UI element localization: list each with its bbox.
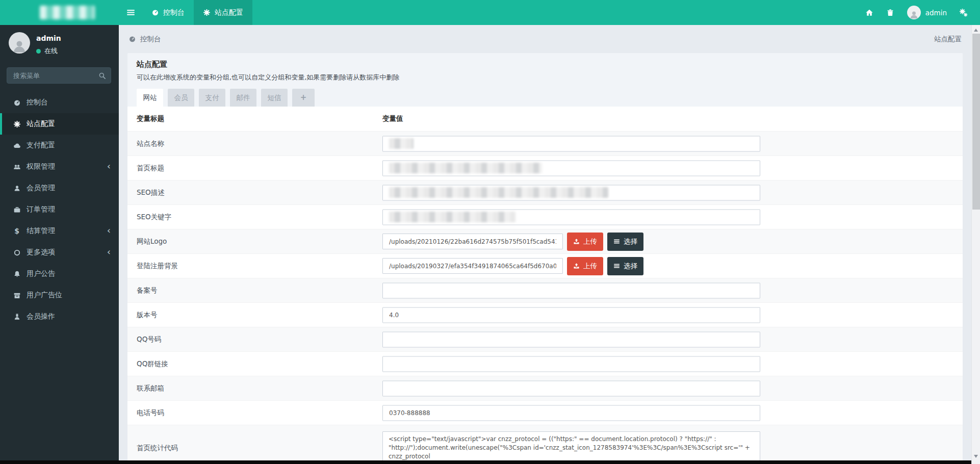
breadcrumb-left-label: 控制台: [140, 35, 161, 44]
sidebar-item-user-ad[interactable]: 用户广告位: [0, 285, 119, 306]
table-row-qq: QQ号码: [127, 327, 963, 351]
row-label: 网站Logo: [137, 237, 167, 246]
menu-icon: [126, 8, 135, 17]
topnav-item-console[interactable]: 控制台: [142, 0, 194, 25]
dollar-icon: $: [13, 227, 21, 235]
person-icon: [909, 10, 919, 19]
avatar: [907, 6, 921, 19]
tab-add[interactable]: +: [292, 89, 315, 107]
sidebar-item-payment-config[interactable]: 支付配置: [0, 135, 119, 156]
row-value: 上传选择: [382, 233, 643, 251]
row-label: 联系邮箱: [137, 384, 164, 393]
scrollbar-down-arrow-icon[interactable]: [974, 455, 978, 458]
row-value: [382, 431, 760, 460]
row-value: [382, 356, 760, 372]
user-status: 在线: [36, 46, 61, 56]
row-input-qq-group[interactable]: [382, 356, 760, 372]
row-label: 首页标题: [137, 164, 164, 173]
topbar-user-menu[interactable]: admin: [907, 6, 947, 19]
row-label: SEO关键字: [137, 213, 171, 222]
choose-button[interactable]: 选择: [607, 257, 643, 275]
sidebar-item-member-ops[interactable]: 会员操作: [0, 306, 119, 327]
row-input-site-name[interactable]: [382, 136, 760, 151]
row-input-version[interactable]: [382, 307, 760, 323]
sidebar-item-label: 控制台: [27, 98, 48, 107]
sidebar-item-settlement[interactable]: $结算管理‹: [0, 220, 119, 242]
row-input-qq[interactable]: [382, 331, 760, 347]
tab-website[interactable]: 网站: [137, 89, 163, 107]
chevron-left-icon: ‹: [107, 246, 111, 257]
upload-icon: [573, 238, 580, 245]
page-description: 可以在此增改系统的变量和分组,也可以自定义分组和变量,如果需要删除请从数据库中删…: [137, 73, 953, 82]
topnav-item-label: 控制台: [163, 8, 185, 17]
tab-mail[interactable]: 邮件: [230, 89, 256, 107]
table-row-seo-keywords: SEO关键字: [127, 204, 963, 229]
briefcase-icon: [13, 206, 21, 214]
logo-redacted-block: [40, 6, 95, 19]
topnav-item-site-config[interactable]: 站点配置: [194, 0, 252, 25]
redacted-value-block: [389, 212, 515, 222]
table-row-site-name: 站点名称: [127, 131, 963, 156]
sidebar-item-site-config[interactable]: 站点配置: [0, 113, 119, 135]
row-value: [382, 160, 760, 176]
cogs-icon: [960, 9, 968, 17]
row-label: QQ号码: [137, 335, 161, 344]
circle-o-icon: [13, 249, 21, 256]
sidebar-item-label: 支付配置: [27, 141, 55, 150]
vertical-scrollbar[interactable]: [971, 25, 980, 464]
row-value: [382, 282, 760, 298]
home-button[interactable]: [865, 9, 873, 17]
scrollbar-up-arrow-icon[interactable]: [974, 29, 978, 32]
cloud-icon: [13, 142, 21, 149]
row-label: 电话号码: [137, 408, 164, 418]
admin-app: 控制台站点配置 admin admin 在线 控制台站点配置支付配置权限管理‹会…: [0, 0, 980, 464]
search-input[interactable]: [7, 68, 111, 83]
user-icon: [13, 185, 21, 192]
sidebar-item-label: 会员管理: [27, 184, 55, 193]
top-navigation: 控制台站点配置: [119, 0, 252, 25]
config-tabs: 网站会员支付邮件短信+: [137, 89, 953, 107]
sidebar-item-order[interactable]: 订单管理: [0, 199, 119, 220]
table-row-version: 版本号: [127, 302, 963, 327]
row-input-login-bg[interactable]: [382, 258, 563, 274]
settings-button[interactable]: [960, 9, 968, 17]
row-input-phone[interactable]: [382, 405, 760, 421]
table-row-email: 联系邮箱: [127, 376, 963, 400]
bell-icon: [13, 270, 21, 278]
tab-sms[interactable]: 短信: [261, 89, 288, 107]
table-row-seo-desc: SEO描述: [127, 180, 963, 204]
upload-button[interactable]: 上传: [567, 257, 603, 275]
sidebar-item-console[interactable]: 控制台: [0, 92, 119, 113]
row-value: [382, 136, 760, 151]
app-logo[interactable]: [0, 0, 119, 25]
sidebar-toggle-button[interactable]: [119, 0, 142, 25]
row-input-email[interactable]: [382, 380, 760, 396]
trash-icon: [886, 9, 894, 17]
breadcrumb-right-label: 站点配置: [934, 35, 962, 44]
user-name: admin: [36, 34, 61, 42]
breadcrumb-left[interactable]: 控制台: [128, 35, 161, 44]
trash-button[interactable]: [886, 9, 894, 17]
sidebar: admin 在线 控制台站点配置支付配置权限管理‹会员管理订单管理$结算管理‹更…: [0, 25, 119, 460]
tab-payment[interactable]: 支付: [199, 89, 225, 107]
config-table-body: 站点名称首页标题SEO描述SEO关键字网站Logo上传选择登陆注册背景上传选择备…: [127, 131, 963, 460]
sidebar-item-member[interactable]: 会员管理: [0, 177, 119, 199]
row-value: [382, 307, 760, 323]
row-input-site-logo[interactable]: [382, 234, 563, 249]
person-icon: [12, 38, 27, 54]
row-label: 首页统计代码: [137, 444, 178, 453]
row-textarea-stats-code[interactable]: [382, 431, 760, 460]
upload-button[interactable]: 上传: [567, 233, 603, 251]
sidebar-item-user-notice[interactable]: 用户公告: [0, 263, 119, 285]
scrollbar-thumb[interactable]: [972, 34, 980, 210]
row-input-icp[interactable]: [382, 282, 760, 298]
table-row-icp: 备案号: [127, 278, 963, 302]
tab-member[interactable]: 会员: [168, 89, 194, 107]
home-icon: [865, 9, 873, 17]
sidebar-item-more-options[interactable]: 更多选项‹: [0, 242, 119, 263]
sidebar-item-permission[interactable]: 权限管理‹: [0, 156, 119, 177]
topbar-right-actions: admin: [865, 0, 968, 25]
row-label: 站点名称: [137, 139, 164, 148]
gauge-icon: [128, 35, 136, 43]
choose-button[interactable]: 选择: [607, 233, 643, 251]
